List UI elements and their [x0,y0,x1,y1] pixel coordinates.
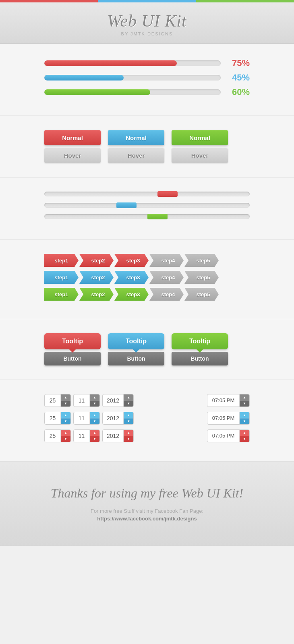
spinner-time-2: 07:05 PM ▲ ▼ [207,412,250,425]
btn-normal-blue[interactable]: Normal [108,130,164,145]
step-blue-2[interactable]: step2 [79,271,114,284]
spinner-time-arrows-2: ▲ ▼ [240,412,249,424]
spinner-day-up-1[interactable]: ▲ [61,394,70,400]
spinner-year-input-3[interactable]: 2012 ▲ ▼ [102,429,134,442]
slider-thumb-green[interactable] [147,214,168,219]
spinner-month-down-1[interactable]: ▼ [90,400,99,407]
spinner-time-input-3[interactable]: 07:05 PM ▲ ▼ [207,429,250,442]
progress-bar-3: 60% [44,87,250,97]
spinner-year-2: 2012 ▲ ▼ [102,412,134,425]
btn-hover-red[interactable]: Hover [44,148,101,163]
progress-fill-3 [44,89,150,95]
step-green-3[interactable]: step3 [114,288,149,301]
step-green-5[interactable]: step5 [184,288,219,301]
spinner-time-down-2[interactable]: ▼ [240,418,249,425]
spinner-day-input-1[interactable]: 25 ▲ ▼ [44,394,71,407]
btn-normal-red[interactable]: Normal [44,130,101,145]
spinner-time-down-3[interactable]: ▼ [240,436,249,442]
top-bar-red [0,0,98,2]
spinner-time-up-1[interactable]: ▲ [240,394,249,400]
spinner-year-1: 2012 ▲ ▼ [102,394,134,407]
spinner-month-up-1[interactable]: ▲ [90,394,99,400]
step-red-1[interactable]: step1 [44,254,79,267]
slider-green [44,214,250,219]
btn-group-green: Normal Hover [172,130,228,163]
step-blue-5[interactable]: step5 [184,271,219,284]
btn-hover-blue[interactable]: Hover [108,148,164,163]
spinner-day-up-3[interactable]: ▲ [61,430,70,436]
spinner-time-input-1[interactable]: 07:05 PM ▲ ▼ [207,394,250,407]
progress-bar-2: 45% [44,72,250,83]
step-red-2[interactable]: step2 [79,254,114,267]
spinner-year-input-1[interactable]: 2012 ▲ ▼ [102,394,134,407]
slider-thumb-blue[interactable] [116,202,137,208]
spinner-year-val-3: 2012 [103,430,124,442]
spinner-month-down-3[interactable]: ▼ [90,436,99,442]
spinner-year-down-3[interactable]: ▼ [124,436,133,442]
spinner-year-down-2[interactable]: ▼ [124,418,133,425]
spinner-month-down-2[interactable]: ▼ [90,418,99,425]
spinner-year-down-1[interactable]: ▼ [124,400,133,407]
slider-thumb-red[interactable] [157,191,178,197]
tooltip-red: Tooltip [44,333,101,349]
step-green-2[interactable]: step2 [79,288,114,301]
btn-group-red: Normal Hover [44,130,101,163]
spinner-time-1: 07:05 PM ▲ ▼ [207,394,250,407]
progress-label-1: 75% [226,58,250,68]
spinner-time-down-1[interactable]: ▼ [240,400,249,407]
steps-row-green: step1 step2 step3 step4 step5 [44,288,250,301]
step-blue-3[interactable]: step3 [114,271,149,284]
spinner-time-val-2: 07:05 PM [207,412,240,424]
footer-link[interactable]: https://www.facebook.com/jmtk.designs [8,516,286,522]
tooltip-group-green: Tooltip Button [172,333,228,365]
spinner-month-up-3[interactable]: ▲ [90,430,99,436]
step-green-1[interactable]: step1 [44,288,79,301]
step-blue-1[interactable]: step1 [44,271,79,284]
tooltip-button-red[interactable]: Button [44,352,101,365]
header-title: Web UI Kit [0,11,294,31]
spinner-day-down-3[interactable]: ▼ [61,436,70,442]
btn-hover-green[interactable]: Hover [172,148,228,163]
spinner-time-up-3[interactable]: ▲ [240,430,249,436]
spinner-day-1: 25 ▲ ▼ [44,394,71,407]
spinner-time-3: 07:05 PM ▲ ▼ [207,429,250,442]
spinner-day-3: 25 ▲ ▼ [44,429,71,442]
step-blue-4[interactable]: step4 [149,271,184,284]
spinner-day-input-2[interactable]: 25 ▲ ▼ [44,412,71,425]
spinner-month-val-1: 11 [74,394,90,407]
step-green-4[interactable]: step4 [149,288,184,301]
slider-track-red[interactable] [44,192,250,196]
buttons-section: Normal Hover Normal Hover Normal Hover [0,116,294,178]
tooltip-blue: Tooltip [108,333,164,349]
tooltips-section: Tooltip Button Tooltip Button Tooltip Bu… [0,319,294,380]
tooltip-button-green[interactable]: Button [172,352,228,365]
spinner-day-input-3[interactable]: 25 ▲ ▼ [44,429,71,442]
spinner-month-up-2[interactable]: ▲ [90,412,99,418]
spinner-year-up-1[interactable]: ▲ [124,394,133,400]
spinner-month-input-1[interactable]: 11 ▲ ▼ [73,394,100,407]
tooltip-button-blue[interactable]: Button [108,352,164,365]
spinner-month-input-3[interactable]: 11 ▲ ▼ [73,429,100,442]
spinner-day-down-2[interactable]: ▼ [61,418,70,425]
spinner-time-up-2[interactable]: ▲ [240,412,249,418]
spinner-time-val-1: 07:05 PM [207,394,240,407]
spinner-day-2: 25 ▲ ▼ [44,412,71,425]
spinner-day-down-1[interactable]: ▼ [61,400,70,407]
spinner-time-input-2[interactable]: 07:05 PM ▲ ▼ [207,412,250,425]
progress-fill-1 [44,60,177,66]
slider-track-green[interactable] [44,214,250,219]
spinner-year-input-2[interactable]: 2012 ▲ ▼ [102,412,134,425]
spinners-row-3: 25 ▲ ▼ 11 ▲ ▼ 2012 ▲ ▼ [44,429,250,442]
spinner-month-input-2[interactable]: 11 ▲ ▼ [73,412,100,425]
spinner-year-up-3[interactable]: ▲ [124,430,133,436]
step-red-5[interactable]: step5 [184,254,219,267]
step-red-3[interactable]: step3 [114,254,149,267]
tooltip-green: Tooltip [172,333,228,349]
spinner-year-up-2[interactable]: ▲ [124,412,133,418]
btn-normal-green[interactable]: Normal [172,130,228,145]
spinner-day-arrows-1: ▲ ▼ [61,394,70,407]
spinner-day-up-2[interactable]: ▲ [61,412,70,418]
slider-track-blue[interactable] [44,203,250,208]
step-red-4[interactable]: step4 [149,254,184,267]
progress-track-1 [44,60,221,66]
